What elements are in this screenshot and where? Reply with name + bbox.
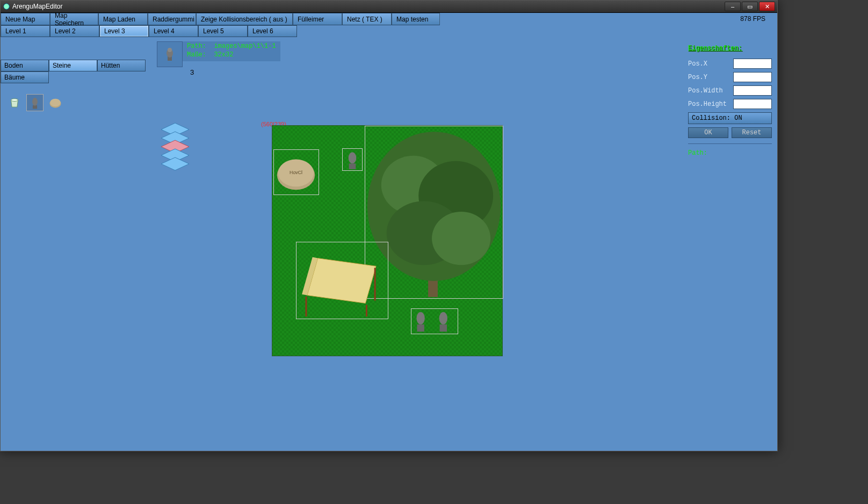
svg-marker-13 <box>161 157 189 170</box>
layer-stack-icon <box>159 118 191 177</box>
pos-x-label: Pos.X <box>688 60 730 68</box>
pos-width-label: Pos.Width <box>688 87 730 95</box>
map-speichern-button[interactable]: Map Speichern <box>50 13 98 25</box>
level-button-3[interactable]: Level 3 <box>99 25 149 37</box>
svg-rect-32 <box>440 325 447 332</box>
svg-rect-30 <box>417 325 424 332</box>
map-laden-button[interactable]: Map Laden <box>98 13 148 25</box>
category-steine[interactable]: Steine <box>49 60 97 71</box>
svg-point-31 <box>416 312 424 325</box>
svg-rect-17 <box>349 163 356 169</box>
pos-height-input[interactable] <box>733 99 772 109</box>
svg-point-8 <box>168 48 172 52</box>
fps-label: 878 FPS <box>728 13 777 25</box>
category-tabs: BodenSteineHüttenBäume <box>1 60 154 83</box>
center-area: Path: images\map\1\1-1 Maße: 32x32 <box>154 37 683 451</box>
left-panel: BodenSteineHüttenBäume <box>1 37 154 451</box>
map-canvas[interactable]: HovCl <box>272 125 503 356</box>
level-button-1[interactable]: Level 1 <box>1 25 50 37</box>
pos-width-input[interactable] <box>733 85 772 96</box>
svg-rect-2 <box>33 105 37 109</box>
properties-path-label: Path: <box>688 149 772 157</box>
level-button-6[interactable]: Level 6 <box>248 25 297 37</box>
window-title: ArenguMapEditor <box>12 3 725 10</box>
category-bäume[interactable]: Bäume <box>1 71 49 83</box>
category-boden[interactable]: Boden <box>1 60 49 71</box>
pos-y-input[interactable] <box>733 72 772 82</box>
maximize-button[interactable]: ▭ <box>742 2 758 11</box>
svg-text:HovCl: HovCl <box>290 170 302 175</box>
neue-map-button[interactable]: Neue Map <box>1 13 50 25</box>
svg-point-5 <box>50 99 61 107</box>
svg-point-1 <box>11 99 18 102</box>
map-object-statue[interactable] <box>342 148 363 171</box>
map-object-statues[interactable] <box>411 308 458 334</box>
info-path-line: Path: images\map\1\1-1 <box>187 42 276 51</box>
info-box: Path: images\map\1\1-1 Maße: 32x32 <box>157 41 280 67</box>
asset-bucket[interactable] <box>6 94 23 111</box>
asset-rock[interactable] <box>47 94 64 111</box>
netz-button[interactable]: Netz ( TEX ) <box>342 13 392 25</box>
level-button-5[interactable]: Level 5 <box>198 25 248 37</box>
raddiergummi-button[interactable]: Raddiergummi <box>148 13 196 25</box>
info-size-line: Maße: 32x32 <box>187 51 276 60</box>
main-toolbar: Neue Map Map Speichern Map Laden Raddier… <box>1 13 777 25</box>
app-icon <box>3 3 10 10</box>
map-object-rock[interactable]: HovCl <box>273 149 319 195</box>
level-button-2[interactable]: Level 2 <box>50 25 99 37</box>
selected-asset-preview <box>157 41 183 67</box>
reset-button[interactable]: Reset <box>732 127 772 138</box>
properties-panel: Eigenschaften: Pos.X Pos.Y Pos.Width Pos… <box>683 37 777 451</box>
zeige-kollision-button[interactable]: Zeige Kollisionsbereich ( aus ) <box>196 13 293 25</box>
pos-y-label: Pos.Y <box>688 74 730 81</box>
app-window: ArenguMapEditor – ▭ ✕ Neue Map Map Speic… <box>0 0 778 451</box>
fuelleimer-button[interactable]: Fülleimer <box>293 13 342 25</box>
svg-marker-25 <box>307 258 376 304</box>
level-bar: Level 1Level 2Level 3Level 4Level 5Level… <box>1 25 777 37</box>
svg-point-3 <box>32 98 38 106</box>
titlebar: ArenguMapEditor – ▭ ✕ <box>1 1 777 13</box>
svg-point-33 <box>439 312 447 325</box>
asset-statue[interactable] <box>26 94 44 111</box>
ok-button[interactable]: OK <box>688 127 728 138</box>
properties-header: Eigenschaften: <box>688 45 772 52</box>
svg-point-18 <box>349 152 357 163</box>
asset-row <box>1 83 154 122</box>
svg-point-24 <box>432 212 490 265</box>
map-testen-button[interactable]: Map testen <box>392 13 440 25</box>
pos-height-label: Pos.Height <box>688 100 730 108</box>
level-button-4[interactable]: Level 4 <box>149 25 198 37</box>
layer-number: 3 <box>190 68 194 76</box>
window-controls: – ▭ ✕ <box>725 2 775 11</box>
close-button[interactable]: ✕ <box>759 2 775 11</box>
category-hütten[interactable]: Hütten <box>97 60 146 71</box>
minimize-button[interactable]: – <box>725 2 741 11</box>
pos-x-input[interactable] <box>733 59 772 69</box>
svg-point-0 <box>4 4 10 10</box>
map-object-tent[interactable] <box>296 242 388 319</box>
separator <box>688 143 772 144</box>
collision-toggle[interactable]: Collision: ON <box>688 112 772 124</box>
